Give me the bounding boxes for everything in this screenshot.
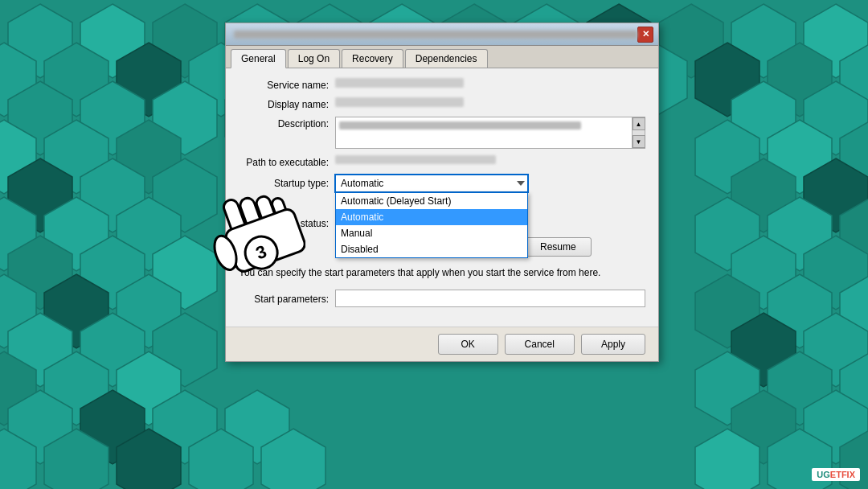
startup-label: Startup type:	[239, 178, 335, 189]
params-row: Start parameters:	[239, 290, 645, 307]
dropdown-arrow-icon	[517, 181, 525, 186]
startup-row: Startup type: Automatic Automatic (Delay…	[239, 175, 645, 192]
dialog-title	[234, 31, 637, 39]
ok-button[interactable]: OK	[438, 334, 498, 355]
apply-button[interactable]: Apply	[581, 334, 645, 355]
startup-option-disabled[interactable]: Disabled	[336, 241, 527, 257]
info-text: You can specify the start parameters tha…	[239, 266, 645, 280]
startup-option-delayed[interactable]: Automatic (Delayed Start)	[336, 193, 527, 209]
tab-logon[interactable]: Log On	[288, 49, 340, 68]
description-row: Description: ▲ ▼	[239, 117, 645, 149]
tab-general[interactable]: General	[231, 49, 286, 68]
startup-option-automatic[interactable]: Automatic	[336, 209, 527, 225]
startup-dropdown-list[interactable]: Automatic (Delayed Start) Automatic Manu…	[335, 192, 528, 258]
startup-dropdown[interactable]: Automatic	[335, 175, 528, 192]
dialog-window: ✕ General Log On Recovery Dependencies S…	[225, 23, 659, 362]
service-name-label: Service name:	[239, 78, 335, 91]
service-name-value	[335, 78, 645, 88]
tab-dependencies[interactable]: Dependencies	[405, 49, 488, 68]
path-label: Path to executable:	[239, 155, 335, 168]
path-blurred	[335, 155, 496, 164]
resume-button[interactable]: Resume	[525, 237, 592, 257]
watermark-prefix: UG	[817, 470, 830, 479]
description-label: Description:	[239, 117, 335, 129]
path-row: Path to executable:	[239, 155, 645, 168]
dialog-titlebar[interactable]: ✕	[226, 23, 658, 46]
service-name-row: Service name:	[239, 78, 645, 91]
watermark: UGETFIX	[812, 468, 860, 481]
startup-option-manual[interactable]: Manual	[336, 225, 527, 241]
startup-selected-value: Automatic	[341, 178, 383, 189]
scrollbar-down[interactable]: ▼	[633, 135, 645, 148]
scrollbar-up[interactable]: ▲	[633, 117, 645, 130]
params-input[interactable]	[335, 290, 645, 307]
close-button[interactable]: ✕	[637, 27, 653, 43]
display-name-value	[335, 97, 645, 107]
bottom-buttons: OK Cancel Apply	[226, 327, 658, 361]
description-content	[339, 121, 581, 129]
tab-bar: General Log On Recovery Dependencies	[226, 46, 658, 68]
path-value	[335, 155, 645, 164]
description-scrollbar[interactable]: ▲ ▼	[632, 117, 645, 148]
display-name-row: Display name:	[239, 97, 645, 110]
watermark-suffix: ETFIX	[830, 470, 855, 479]
cancel-button[interactable]: Cancel	[505, 334, 575, 355]
status-label: Service status:	[239, 216, 335, 229]
params-label: Start parameters:	[239, 292, 335, 305]
dialog-content: Service name: Display name: Description:…	[226, 68, 658, 327]
tab-recovery[interactable]: Recovery	[342, 49, 403, 68]
description-box[interactable]: ▲ ▼	[335, 117, 645, 149]
startup-dropdown-container: Automatic Automatic (Delayed Start) Auto…	[335, 175, 528, 192]
display-name-label: Display name:	[239, 97, 335, 110]
